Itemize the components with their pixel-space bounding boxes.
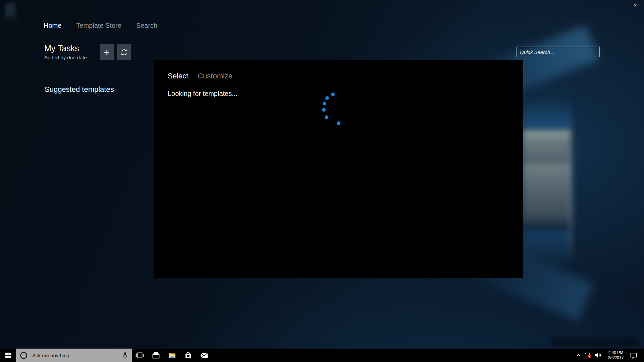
mail-icon [200,352,209,359]
network-status-button[interactable] [583,352,593,359]
clock[interactable]: 4:40 PM 2/6/2017 [605,350,627,360]
page-subtitle: Sorted by due date [44,55,87,60]
cortana-search-box[interactable] [16,349,132,362]
task-view-button[interactable] [132,349,148,362]
speaker-icon [594,352,602,359]
system-tray: 4:40 PM 2/6/2017 [574,349,644,362]
spinner-dot [337,121,340,125]
refresh-button[interactable] [117,44,131,60]
cortana-search-input[interactable] [32,353,122,358]
app-navigation: Home Template Store Search [44,20,157,31]
spinner-dot [322,108,326,112]
file-explorer-icon [168,352,176,359]
plus-icon: + [104,47,110,58]
dialog-tabs: Select Customize [168,71,232,81]
network-disconnected-icon [584,352,592,359]
cortana-icon [20,352,27,359]
windows-logo-icon [5,353,11,358]
store-icon [184,351,192,359]
chevron-up-icon [576,353,581,358]
store-button[interactable] [180,349,196,362]
taskbar-app-window-stack[interactable] [148,349,164,362]
clock-date: 2/6/2017 [605,355,627,360]
close-icon[interactable]: × [631,1,639,9]
window-stack-icon [152,351,160,359]
taskbar: 4:40 PM 2/6/2017 [0,349,644,362]
quick-search-input[interactable] [516,47,600,57]
task-view-icon [136,352,144,359]
page-title: My Tasks [44,43,87,54]
action-center-icon [630,352,638,359]
loading-spinner [320,91,364,131]
tasks-app-window: × Home Template Store Search My Tasks So… [0,0,644,349]
spinner-dot [323,102,326,105]
tab-select[interactable]: Select [168,71,188,81]
tab-customize[interactable]: Customize [198,71,232,81]
nav-item-search[interactable]: Search [136,20,157,31]
action-center-button[interactable] [629,352,639,359]
file-explorer-button[interactable] [164,349,180,362]
volume-button[interactable] [593,352,603,359]
spinner-dot [325,96,329,100]
start-button[interactable] [0,349,16,362]
clock-time: 4:40 PM [605,350,627,355]
mail-button[interactable] [196,349,212,362]
spinner-dot [325,115,328,119]
nav-item-home[interactable]: Home [44,20,61,31]
spinner-dot [331,93,335,96]
refresh-icon [120,48,128,56]
template-picker-dialog: Select Customize Looking for templates..… [154,60,523,278]
show-hidden-icons-button[interactable] [574,353,583,358]
suggested-templates-label: Suggested templates [45,85,114,94]
nav-item-template-store[interactable]: Template Store [76,20,121,31]
loading-status-text: Looking for templates... [168,90,237,98]
add-task-button[interactable]: + [100,44,114,60]
microphone-icon[interactable] [122,352,128,359]
my-tasks-header: My Tasks Sorted by due date [44,43,87,60]
